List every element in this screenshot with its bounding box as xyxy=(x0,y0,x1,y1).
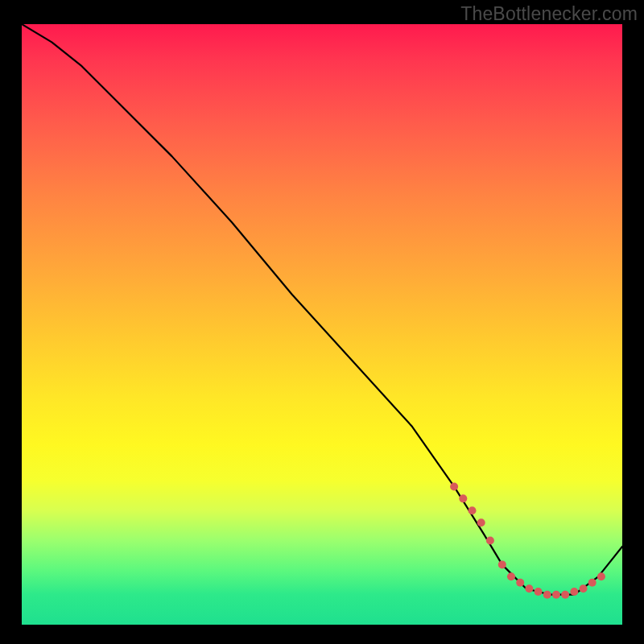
attribution-label: TheBottlenecker.com xyxy=(460,3,638,25)
highlight-dot xyxy=(459,494,467,502)
chart-frame: TheBottlenecker.com xyxy=(0,0,644,644)
highlight-dot xyxy=(543,591,551,599)
highlight-dot xyxy=(588,579,597,587)
highlight-dot xyxy=(477,518,485,526)
highlight-dot xyxy=(450,482,458,490)
chart-svg xyxy=(22,24,622,625)
highlight-dot xyxy=(469,506,477,514)
highlight-dot xyxy=(516,579,524,587)
plot-area xyxy=(22,24,622,625)
highlight-dot xyxy=(552,591,560,599)
highlight-dot xyxy=(498,560,506,568)
highlight-dot xyxy=(570,588,578,596)
highlight-dot xyxy=(507,572,515,580)
highlight-dot xyxy=(561,591,569,599)
highlight-dot xyxy=(597,572,605,580)
bottleneck-curve xyxy=(22,24,622,595)
highlight-dot xyxy=(525,584,533,592)
highlight-dots xyxy=(450,482,605,598)
highlight-dot xyxy=(535,588,543,596)
highlight-dot xyxy=(486,537,494,545)
highlight-dot xyxy=(580,584,588,592)
